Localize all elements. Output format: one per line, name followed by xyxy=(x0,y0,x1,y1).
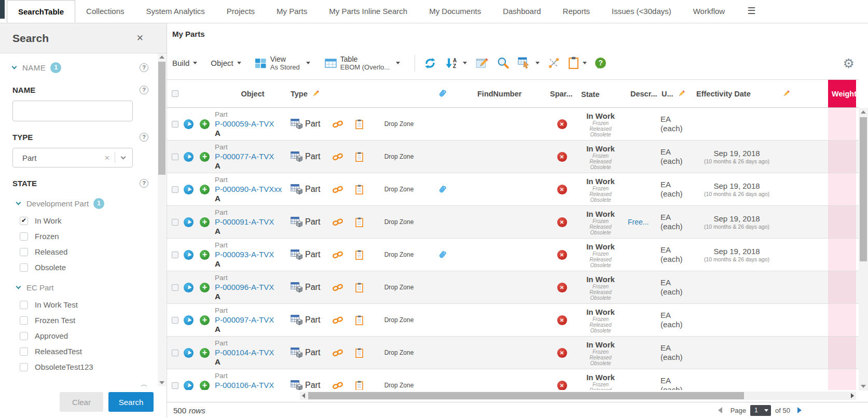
drop-zone[interactable]: Drop Zone xyxy=(384,120,414,128)
link-icon[interactable] xyxy=(332,120,343,129)
link-icon[interactable] xyxy=(332,349,343,357)
select-all-checkbox[interactable] xyxy=(172,90,178,97)
name-filter-group[interactable]: NAME 1 ? xyxy=(12,61,158,74)
add-icon[interactable]: + xyxy=(200,217,210,227)
tab-my-parts-inline-search[interactable]: My Parts Inline Search xyxy=(318,0,418,23)
navigate-structure-icon[interactable] xyxy=(184,315,194,325)
sidebar-scrollbar[interactable] xyxy=(158,53,166,386)
table-selector[interactable]: Table EBOM (Overlo... xyxy=(325,55,400,71)
tab-projects[interactable]: Projects xyxy=(216,0,266,23)
add-icon[interactable]: + xyxy=(200,152,210,162)
drop-zone[interactable]: Drop Zone xyxy=(384,284,414,291)
row-checkbox[interactable] xyxy=(172,186,178,193)
add-icon[interactable]: + xyxy=(200,250,210,260)
navigate-structure-icon[interactable] xyxy=(184,217,194,227)
link-icon[interactable] xyxy=(332,185,343,194)
part-number-link[interactable]: P-000077-A-TVX xyxy=(215,151,274,161)
drop-zone[interactable]: Drop Zone xyxy=(384,186,414,193)
clipboard-icon[interactable] xyxy=(355,381,363,391)
add-icon[interactable]: + xyxy=(200,185,210,194)
column-header-state[interactable]: State xyxy=(581,90,599,99)
state-option-releasedtest[interactable]: ✔ ReleasedTest xyxy=(20,347,158,356)
tab-searchtable[interactable]: SearchTable xyxy=(7,0,75,23)
column-header-type[interactable]: Type xyxy=(291,90,308,98)
paperclip-icon[interactable] xyxy=(438,89,447,99)
close-icon[interactable]: ✕ xyxy=(136,33,144,44)
clipboard-icon[interactable] xyxy=(355,250,363,260)
clear-selection-icon[interactable]: ✕ xyxy=(100,154,115,162)
link-icon[interactable] xyxy=(332,316,343,325)
row-checkbox[interactable] xyxy=(172,317,178,324)
navigate-structure-icon[interactable] xyxy=(184,119,194,129)
page-select[interactable]: 1 xyxy=(750,405,771,416)
clipboard-icon[interactable] xyxy=(355,315,363,325)
refresh-icon[interactable] xyxy=(423,57,437,70)
state-option-released[interactable]: ✔ Released xyxy=(20,247,158,256)
tab-system-analytics[interactable]: System Analytics xyxy=(135,0,215,23)
clipboard-icon[interactable] xyxy=(355,152,363,162)
paperclip-icon[interactable] xyxy=(438,185,447,194)
state-group-ec-part[interactable]: EC Part xyxy=(17,281,158,294)
grid-horizontal-scrollbar[interactable] xyxy=(300,392,856,400)
row-checkbox[interactable] xyxy=(172,350,178,356)
row-checkbox[interactable] xyxy=(172,252,178,258)
navigate-structure-icon[interactable] xyxy=(184,185,194,194)
tab-issues[interactable]: Issues (<30days) xyxy=(601,0,682,23)
previous-page-icon[interactable] xyxy=(718,407,722,413)
state-option-in-work[interactable]: ✔ In Work xyxy=(20,216,158,225)
add-icon[interactable]: + xyxy=(200,348,210,358)
select-table-icon[interactable] xyxy=(518,57,540,69)
state-group-development-part[interactable]: Development Part 1 xyxy=(17,197,158,210)
column-header-description[interactable]: Descr... xyxy=(630,90,657,98)
edit-icon[interactable] xyxy=(475,57,488,69)
settings-gear-icon[interactable]: ⚙ xyxy=(843,57,855,69)
scroll-right-icon[interactable] xyxy=(851,393,854,398)
part-number-link[interactable]: P-000090-A-TVXxx xyxy=(215,184,282,194)
grid-vertical-scrollbar[interactable] xyxy=(859,108,868,391)
part-number-link[interactable]: P-000106-A-TVX xyxy=(215,380,274,390)
help-icon[interactable]: ? xyxy=(595,58,606,68)
search-button[interactable]: Search xyxy=(108,392,154,412)
clipboard-icon[interactable] xyxy=(355,283,363,292)
part-number-link[interactable]: P-000093-A-TVX xyxy=(215,249,274,259)
drop-zone[interactable]: Drop Zone xyxy=(384,349,414,356)
navigate-structure-icon[interactable] xyxy=(184,283,194,292)
column-header-effectivity-date[interactable]: Effectivity Date xyxy=(696,90,751,98)
add-icon[interactable]: + xyxy=(200,119,210,129)
help-icon[interactable]: ? xyxy=(140,133,148,142)
add-icon[interactable]: + xyxy=(200,283,210,292)
part-number-link[interactable]: P-000104-A-TVX xyxy=(215,347,274,357)
tab-collections[interactable]: Collections xyxy=(75,0,135,23)
row-checkbox[interactable] xyxy=(172,121,178,128)
chevron-down-icon[interactable] xyxy=(121,155,126,160)
clipboard-icon[interactable] xyxy=(355,348,363,358)
column-header-unit[interactable]: U... xyxy=(662,90,673,98)
scroll-down-icon[interactable] xyxy=(861,385,866,388)
name-input[interactable] xyxy=(12,101,133,121)
scroll-left-icon[interactable] xyxy=(302,393,305,398)
hamburger-menu-icon[interactable]: ☰ xyxy=(743,0,760,23)
state-option-in-work-test[interactable]: ✔ In Work Test xyxy=(20,300,158,309)
tab-my-documents[interactable]: My Documents xyxy=(418,0,492,23)
link-icon[interactable] xyxy=(332,250,343,259)
add-icon[interactable]: + xyxy=(200,315,210,325)
part-number-link[interactable]: P-000091-A-TVX xyxy=(215,217,274,227)
link-icon[interactable] xyxy=(332,152,343,161)
search-icon[interactable] xyxy=(497,57,509,69)
edit-pencil-icon[interactable] xyxy=(782,90,790,97)
scroll-up-icon[interactable] xyxy=(861,110,866,114)
clipboard-icon[interactable] xyxy=(568,57,587,69)
column-header-spare[interactable]: Spar... xyxy=(550,90,573,98)
scrollbar-thumb[interactable] xyxy=(860,117,867,261)
scroll-down-icon[interactable] xyxy=(159,381,164,384)
tab-dashboard[interactable]: Dashboard xyxy=(492,0,552,23)
link-icon[interactable] xyxy=(332,283,343,292)
edit-pencil-icon[interactable] xyxy=(678,90,685,97)
part-number-link[interactable]: P-000059-A-TVX xyxy=(215,119,274,129)
drop-zone[interactable]: Drop Zone xyxy=(384,251,414,258)
part-number-link[interactable]: P-000097-A-TVX xyxy=(215,315,274,325)
scrollbar-thumb[interactable] xyxy=(308,392,744,399)
paperclip-icon[interactable] xyxy=(438,250,447,260)
type-select[interactable]: Part ✕ xyxy=(12,148,133,168)
tab-my-parts[interactable]: My Parts xyxy=(266,0,318,23)
